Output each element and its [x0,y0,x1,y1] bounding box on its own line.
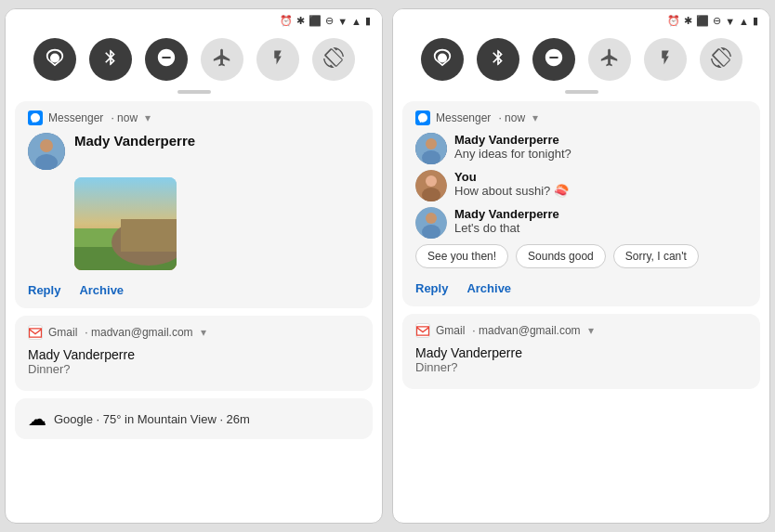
drag-handle-left [177,90,211,94]
wifi-status-icon: ▼ [337,16,348,27]
gmail-notif-right: Gmail · madvan@gmail.com ▾ Mady Vanderpe… [402,314,760,389]
dnd-toggle[interactable] [145,38,188,81]
wifi-icon-right [432,47,453,72]
messenger-notif-right: Messenger · now ▾ Mady Vanderperre Any i… [402,101,760,306]
bluetooth-icon [101,47,120,72]
thread-sender-3: Mady Vanderperre [454,207,559,221]
flashlight-toggle-right[interactable] [644,38,687,81]
notif-time-right: · now [498,111,525,124]
cast-icon: ⬛ [309,15,322,27]
airplane-toggle-right[interactable] [588,38,631,81]
avatar-mady-thread-2 [415,207,447,239]
thread-content-3: Mady Vanderperre Let's do that [454,207,559,235]
flashlight-icon [269,47,286,72]
gmail-email-left: · madvan@gmail.com [85,326,192,339]
notifications-left: Messenger · now ▾ Mady Vanderperre [6,101,382,523]
right-panel: ⏰ ✱ ⬛ ⊖ ▼ ▲ ▮ [392,8,770,524]
gmail-sender-right: Mady Vanderperre [415,345,747,360]
flashlight-icon-right [657,47,674,72]
messenger-app-icon-right [415,110,430,125]
battery-icon-right: ▮ [753,15,758,27]
chevron-down-icon[interactable]: ▾ [145,111,151,124]
cloud-icon: ☁ [28,408,46,430]
archive-button-left[interactable]: Archive [79,281,124,299]
messenger-sender-name-left: Mady Vanderperre [74,133,195,149]
quick-replies: See you then! Sounds good Sorry, I can't [415,244,747,268]
messenger-app-name: Messenger [48,111,103,124]
thread-message-3: Let's do that [454,221,559,235]
svg-point-12 [426,175,437,187]
thread-content-1: Mady Vanderperre Any ideas for tonight? [454,133,571,161]
notif-header-gmail-left: Gmail · madvan@gmail.com ▾ [28,325,360,340]
alarm-icon: ⏰ [280,15,293,27]
wifi-icon [45,47,65,72]
quick-settings-left [6,31,382,90]
archive-button-right[interactable]: Archive [466,279,511,297]
gmail-subject-left: Dinner? [28,362,360,376]
wifi-toggle[interactable] [33,38,76,81]
notif-header-messenger-right: Messenger · now ▾ [415,110,747,125]
gmail-app-name-right: Gmail [436,324,465,337]
airplane-icon-right [599,47,620,72]
thread-item-3: Mady Vanderperre Let's do that [415,207,747,239]
wifi-status-icon-right: ▼ [725,16,735,27]
messenger-notif-left: Messenger · now ▾ Mady Vanderperre [15,101,373,308]
thread-item-2: You How about sushi? 🍣 [415,170,747,201]
avatar-mady-left [28,133,65,170]
notif-header-messenger-left: Messenger · now ▾ [28,110,360,125]
chip-sounds-good[interactable]: Sounds good [516,244,606,268]
svg-point-9 [426,138,437,149]
wifi-toggle-right[interactable] [421,38,464,81]
drag-handle-right [565,90,598,94]
reply-button-left[interactable]: Reply [28,281,60,299]
svg-point-1 [40,139,53,152]
rotate-toggle-right[interactable] [700,38,742,81]
reply-button-right[interactable]: Reply [415,279,448,297]
notif-actions-left: Reply Archive [28,278,360,299]
notification-image [74,177,177,270]
bluetooth-toggle[interactable] [89,38,132,81]
gmail-content-left: Mady Vanderperre Dinner? [28,347,360,376]
status-bar-left: ⏰ ✱ ⬛ ⊖ ▼ ▲ ▮ [6,9,382,31]
battery-icon: ▮ [365,15,371,27]
messenger-sender-info: Mady Vanderperre [74,133,195,149]
notif-actions-right: Reply Archive [415,276,747,297]
gmail-app-icon-right [415,323,430,338]
svg-rect-7 [121,219,177,252]
gmail-sender-left: Mady Vanderperre [28,347,360,362]
notif-time-left: · now [111,111,138,124]
gmail-chevron-icon[interactable]: ▾ [201,326,206,339]
rotate-toggle[interactable] [312,38,355,81]
alarm-icon-right: ⏰ [667,15,680,27]
status-bar-right: ⏰ ✱ ⬛ ⊖ ▼ ▲ ▮ [393,9,769,31]
bluetooth-toggle-right[interactable] [477,38,519,81]
thread-sender-2: You [454,170,569,184]
notifications-right: Messenger · now ▾ Mady Vanderperre Any i… [393,101,769,523]
gmail-email-right: · madvan@gmail.com [472,324,580,337]
left-panel: ⏰ ✱ ⬛ ⊖ ▼ ▲ ▮ [5,8,383,524]
chip-sorry[interactable]: Sorry, I can't [613,244,699,268]
messenger-app-icon [28,110,43,125]
airplane-icon [212,47,232,72]
dnd-status-icon-right: ⊖ [713,15,721,27]
gmail-subject-right: Dinner? [415,360,747,374]
thread-content-2: You How about sushi? 🍣 [454,170,569,198]
gmail-chevron-icon-right[interactable]: ▾ [588,324,594,337]
dnd-toggle-right[interactable] [532,38,575,81]
chevron-down-icon-right[interactable]: ▾ [532,111,538,124]
flashlight-toggle[interactable] [256,38,299,81]
thread-message-1: Any ideas for tonight? [454,147,571,161]
chip-see-you[interactable]: See you then! [415,244,508,268]
gmail-notif-left: Gmail · madvan@gmail.com ▾ Mady Vanderpe… [15,316,373,391]
avatar-you-thread [415,170,447,201]
quick-settings-right [393,31,769,90]
dnd-icon-right [544,47,564,72]
signal-icon: ▲ [351,16,361,27]
messenger-msg-main: Mady Vanderperre [28,133,360,170]
bluetooth-status-icon: ✱ [296,15,305,27]
airplane-toggle[interactable] [201,38,243,81]
messenger-app-name-right: Messenger [436,111,491,124]
gmail-content-right: Mady Vanderperre Dinner? [415,345,747,374]
google-weather-text: Google · 75° in Mountain View · 26m [54,412,250,426]
svg-point-15 [426,213,437,224]
